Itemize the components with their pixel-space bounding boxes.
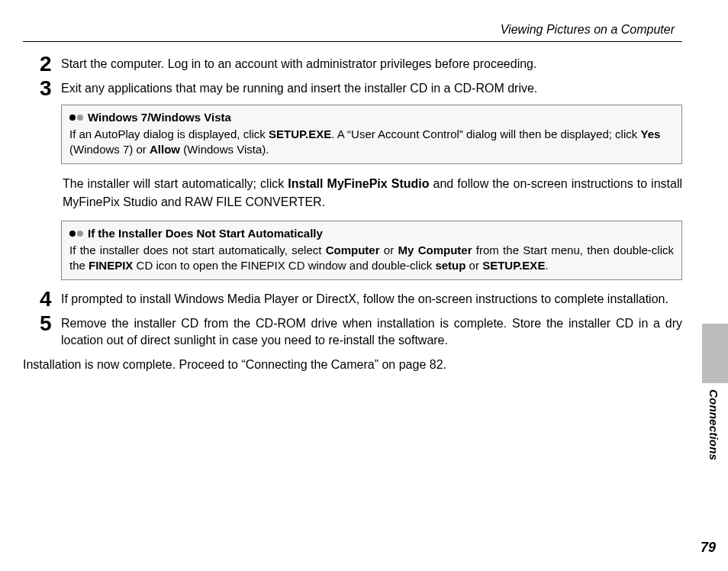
running-header: Viewing Pictures on a Computer bbox=[23, 23, 682, 41]
mid-paragraph: The installer will start automatically; … bbox=[63, 175, 682, 211]
bold-text: FINEPIX bbox=[89, 259, 133, 272]
step-4: 4 If prompted to install Windows Media P… bbox=[40, 291, 682, 308]
step-number: 3 bbox=[40, 80, 61, 97]
bold-text: Install MyFinePix Studio bbox=[288, 177, 429, 190]
step-text: Remove the installer CD from the CD-ROM … bbox=[61, 315, 682, 349]
page-number: 79 bbox=[701, 540, 716, 556]
step-number: 5 bbox=[40, 315, 61, 332]
text: The installer will start automatically; … bbox=[63, 177, 288, 190]
step-number: 2 bbox=[40, 56, 61, 73]
note-title: Windows 7/Windows Vista bbox=[88, 110, 231, 125]
bold-text: SETUP.EXE bbox=[269, 127, 331, 140]
text: If the installer does not start automati… bbox=[69, 244, 326, 256]
text: or bbox=[380, 244, 398, 256]
step-list-continued: 4 If prompted to install Windows Media P… bbox=[23, 291, 682, 349]
manual-page: Viewing Pictures on a Computer 2 Start t… bbox=[0, 0, 728, 571]
closing-paragraph: Installation is now complete. Proceed to… bbox=[23, 356, 682, 373]
text: (Windows 7) or bbox=[69, 143, 150, 156]
step-3: 3 Exit any applications that may be runn… bbox=[40, 80, 682, 97]
note-box-windows: Windows 7/Windows Vista If an AutoPlay d… bbox=[61, 105, 682, 164]
text: (Windows Vista). bbox=[180, 143, 269, 156]
step-5: 5 Remove the installer CD from the CD-RO… bbox=[40, 315, 682, 349]
text: . bbox=[545, 259, 548, 272]
bold-text: Computer bbox=[326, 244, 380, 256]
thumb-index-tab bbox=[702, 324, 728, 383]
step-2: 2 Start the computer. Log in to an accou… bbox=[40, 56, 682, 73]
note-heading: Windows 7/Windows Vista bbox=[69, 110, 674, 125]
step-number: 4 bbox=[40, 291, 61, 308]
bullet-icon bbox=[69, 231, 83, 237]
step-text: If prompted to install Windows Media Pla… bbox=[61, 291, 682, 308]
bold-text: My Computer bbox=[398, 244, 472, 256]
text: . A “User Account Control” dialog will t… bbox=[331, 127, 640, 140]
bold-text: Allow bbox=[150, 143, 180, 156]
text: CD icon to open the FINEPIX CD window an… bbox=[133, 259, 435, 272]
note-body: If an AutoPlay dialog is displayed, clic… bbox=[69, 127, 674, 157]
note-heading: If the Installer Does Not Start Automati… bbox=[69, 226, 674, 241]
note-body: If the installer does not start automati… bbox=[69, 243, 674, 273]
note-title: If the Installer Does Not Start Automati… bbox=[88, 226, 323, 241]
text: or bbox=[465, 259, 482, 272]
header-rule bbox=[23, 41, 682, 42]
section-label: Connections bbox=[707, 389, 720, 460]
bullet-icon bbox=[69, 115, 83, 121]
bold-text: SETUP.EXE bbox=[482, 259, 545, 272]
note-box-installer: If the Installer Does Not Start Automati… bbox=[61, 221, 682, 280]
step-list: 2 Start the computer. Log in to an accou… bbox=[23, 56, 682, 97]
step-text: Exit any applications that may be runnin… bbox=[61, 80, 682, 97]
bold-text: Yes bbox=[640, 127, 660, 140]
bold-text: setup bbox=[435, 259, 465, 272]
step-text: Start the computer. Log in to an account… bbox=[61, 56, 682, 73]
text: If an AutoPlay dialog is displayed, clic… bbox=[69, 127, 269, 140]
